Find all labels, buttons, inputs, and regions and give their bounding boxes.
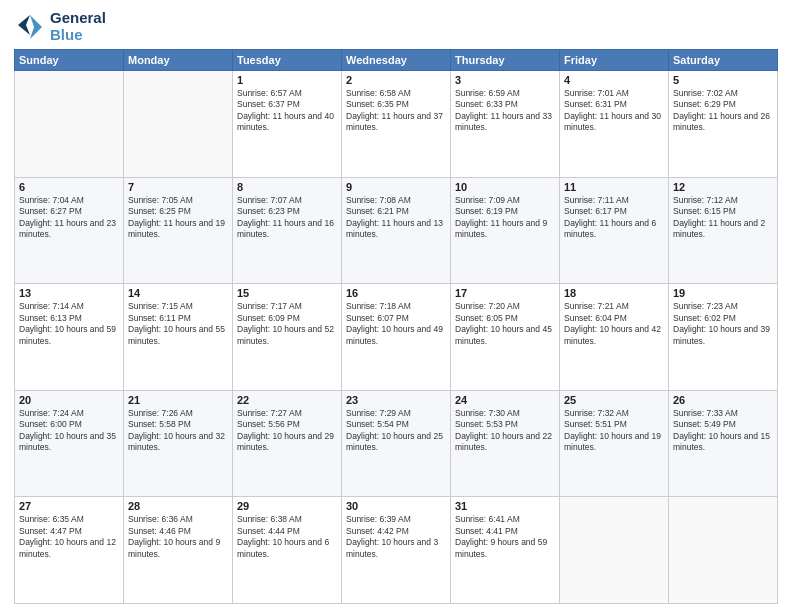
day-number: 18: [564, 287, 664, 299]
day-number: 10: [455, 181, 555, 193]
cell-info: Sunrise: 6:59 AM Sunset: 6:33 PM Dayligh…: [455, 88, 555, 134]
cell-info: Sunrise: 6:57 AM Sunset: 6:37 PM Dayligh…: [237, 88, 337, 134]
weekday-header-tuesday: Tuesday: [233, 50, 342, 71]
weekday-header-monday: Monday: [124, 50, 233, 71]
svg-marker-0: [30, 15, 42, 39]
calendar-cell: 28Sunrise: 6:36 AM Sunset: 4:46 PM Dayli…: [124, 497, 233, 604]
day-number: 1: [237, 74, 337, 86]
cell-info: Sunrise: 7:09 AM Sunset: 6:19 PM Dayligh…: [455, 195, 555, 241]
calendar-cell: 7Sunrise: 7:05 AM Sunset: 6:25 PM Daylig…: [124, 177, 233, 284]
weekday-header-saturday: Saturday: [669, 50, 778, 71]
calendar-table: SundayMondayTuesdayWednesdayThursdayFrid…: [14, 49, 778, 604]
calendar-week-row: 13Sunrise: 7:14 AM Sunset: 6:13 PM Dayli…: [15, 284, 778, 391]
day-number: 4: [564, 74, 664, 86]
day-number: 29: [237, 500, 337, 512]
calendar-cell: 1Sunrise: 6:57 AM Sunset: 6:37 PM Daylig…: [233, 71, 342, 178]
cell-info: Sunrise: 7:05 AM Sunset: 6:25 PM Dayligh…: [128, 195, 228, 241]
day-number: 7: [128, 181, 228, 193]
cell-info: Sunrise: 7:04 AM Sunset: 6:27 PM Dayligh…: [19, 195, 119, 241]
cell-info: Sunrise: 7:08 AM Sunset: 6:21 PM Dayligh…: [346, 195, 446, 241]
cell-info: Sunrise: 7:02 AM Sunset: 6:29 PM Dayligh…: [673, 88, 773, 134]
day-number: 15: [237, 287, 337, 299]
day-number: 5: [673, 74, 773, 86]
day-number: 28: [128, 500, 228, 512]
cell-info: Sunrise: 6:36 AM Sunset: 4:46 PM Dayligh…: [128, 514, 228, 560]
calendar-cell: [124, 71, 233, 178]
calendar-cell: 25Sunrise: 7:32 AM Sunset: 5:51 PM Dayli…: [560, 390, 669, 497]
calendar-cell: 4Sunrise: 7:01 AM Sunset: 6:31 PM Daylig…: [560, 71, 669, 178]
calendar-cell: 3Sunrise: 6:59 AM Sunset: 6:33 PM Daylig…: [451, 71, 560, 178]
calendar-cell: 31Sunrise: 6:41 AM Sunset: 4:41 PM Dayli…: [451, 497, 560, 604]
day-number: 17: [455, 287, 555, 299]
day-number: 20: [19, 394, 119, 406]
calendar-cell: 23Sunrise: 7:29 AM Sunset: 5:54 PM Dayli…: [342, 390, 451, 497]
calendar-cell: [669, 497, 778, 604]
cell-info: Sunrise: 7:01 AM Sunset: 6:31 PM Dayligh…: [564, 88, 664, 134]
cell-info: Sunrise: 7:24 AM Sunset: 6:00 PM Dayligh…: [19, 408, 119, 454]
calendar-cell: 22Sunrise: 7:27 AM Sunset: 5:56 PM Dayli…: [233, 390, 342, 497]
calendar-cell: 15Sunrise: 7:17 AM Sunset: 6:09 PM Dayli…: [233, 284, 342, 391]
page: General Blue SundayMondayTuesdayWednesda…: [0, 0, 792, 612]
weekday-header-friday: Friday: [560, 50, 669, 71]
logo-blue: Blue: [50, 26, 83, 43]
day-number: 13: [19, 287, 119, 299]
calendar-cell: 10Sunrise: 7:09 AM Sunset: 6:19 PM Dayli…: [451, 177, 560, 284]
cell-info: Sunrise: 7:27 AM Sunset: 5:56 PM Dayligh…: [237, 408, 337, 454]
calendar-cell: 27Sunrise: 6:35 AM Sunset: 4:47 PM Dayli…: [15, 497, 124, 604]
day-number: 27: [19, 500, 119, 512]
day-number: 19: [673, 287, 773, 299]
calendar-cell: [15, 71, 124, 178]
day-number: 16: [346, 287, 446, 299]
calendar-cell: 24Sunrise: 7:30 AM Sunset: 5:53 PM Dayli…: [451, 390, 560, 497]
calendar-cell: 6Sunrise: 7:04 AM Sunset: 6:27 PM Daylig…: [15, 177, 124, 284]
calendar-cell: 9Sunrise: 7:08 AM Sunset: 6:21 PM Daylig…: [342, 177, 451, 284]
day-number: 12: [673, 181, 773, 193]
day-number: 11: [564, 181, 664, 193]
cell-info: Sunrise: 7:32 AM Sunset: 5:51 PM Dayligh…: [564, 408, 664, 454]
calendar-cell: 18Sunrise: 7:21 AM Sunset: 6:04 PM Dayli…: [560, 284, 669, 391]
day-number: 9: [346, 181, 446, 193]
calendar-cell: 20Sunrise: 7:24 AM Sunset: 6:00 PM Dayli…: [15, 390, 124, 497]
weekday-header-wednesday: Wednesday: [342, 50, 451, 71]
day-number: 25: [564, 394, 664, 406]
cell-info: Sunrise: 6:39 AM Sunset: 4:42 PM Dayligh…: [346, 514, 446, 560]
cell-info: Sunrise: 7:20 AM Sunset: 6:05 PM Dayligh…: [455, 301, 555, 347]
day-number: 31: [455, 500, 555, 512]
day-number: 23: [346, 394, 446, 406]
calendar-cell: 11Sunrise: 7:11 AM Sunset: 6:17 PM Dayli…: [560, 177, 669, 284]
cell-info: Sunrise: 6:35 AM Sunset: 4:47 PM Dayligh…: [19, 514, 119, 560]
calendar-cell: 16Sunrise: 7:18 AM Sunset: 6:07 PM Dayli…: [342, 284, 451, 391]
day-number: 3: [455, 74, 555, 86]
calendar-cell: 13Sunrise: 7:14 AM Sunset: 6:13 PM Dayli…: [15, 284, 124, 391]
calendar-cell: 21Sunrise: 7:26 AM Sunset: 5:58 PM Dayli…: [124, 390, 233, 497]
calendar-cell: 12Sunrise: 7:12 AM Sunset: 6:15 PM Dayli…: [669, 177, 778, 284]
cell-info: Sunrise: 6:38 AM Sunset: 4:44 PM Dayligh…: [237, 514, 337, 560]
calendar-week-row: 27Sunrise: 6:35 AM Sunset: 4:47 PM Dayli…: [15, 497, 778, 604]
day-number: 21: [128, 394, 228, 406]
cell-info: Sunrise: 7:33 AM Sunset: 5:49 PM Dayligh…: [673, 408, 773, 454]
cell-info: Sunrise: 7:15 AM Sunset: 6:11 PM Dayligh…: [128, 301, 228, 347]
calendar-cell: 8Sunrise: 7:07 AM Sunset: 6:23 PM Daylig…: [233, 177, 342, 284]
weekday-header-sunday: Sunday: [15, 50, 124, 71]
weekday-header-thursday: Thursday: [451, 50, 560, 71]
weekday-header-row: SundayMondayTuesdayWednesdayThursdayFrid…: [15, 50, 778, 71]
day-number: 6: [19, 181, 119, 193]
cell-info: Sunrise: 7:29 AM Sunset: 5:54 PM Dayligh…: [346, 408, 446, 454]
calendar-cell: 19Sunrise: 7:23 AM Sunset: 6:02 PM Dayli…: [669, 284, 778, 391]
cell-info: Sunrise: 7:14 AM Sunset: 6:13 PM Dayligh…: [19, 301, 119, 347]
header: General Blue: [14, 10, 778, 43]
svg-marker-1: [18, 15, 30, 35]
calendar-cell: 29Sunrise: 6:38 AM Sunset: 4:44 PM Dayli…: [233, 497, 342, 604]
calendar-week-row: 20Sunrise: 7:24 AM Sunset: 6:00 PM Dayli…: [15, 390, 778, 497]
calendar-cell: 30Sunrise: 6:39 AM Sunset: 4:42 PM Dayli…: [342, 497, 451, 604]
logo-bird-icon: [14, 11, 46, 43]
logo: General Blue: [14, 10, 106, 43]
cell-info: Sunrise: 7:30 AM Sunset: 5:53 PM Dayligh…: [455, 408, 555, 454]
day-number: 24: [455, 394, 555, 406]
cell-info: Sunrise: 7:23 AM Sunset: 6:02 PM Dayligh…: [673, 301, 773, 347]
calendar-week-row: 1Sunrise: 6:57 AM Sunset: 6:37 PM Daylig…: [15, 71, 778, 178]
cell-info: Sunrise: 6:41 AM Sunset: 4:41 PM Dayligh…: [455, 514, 555, 560]
cell-info: Sunrise: 7:17 AM Sunset: 6:09 PM Dayligh…: [237, 301, 337, 347]
day-number: 14: [128, 287, 228, 299]
calendar-week-row: 6Sunrise: 7:04 AM Sunset: 6:27 PM Daylig…: [15, 177, 778, 284]
